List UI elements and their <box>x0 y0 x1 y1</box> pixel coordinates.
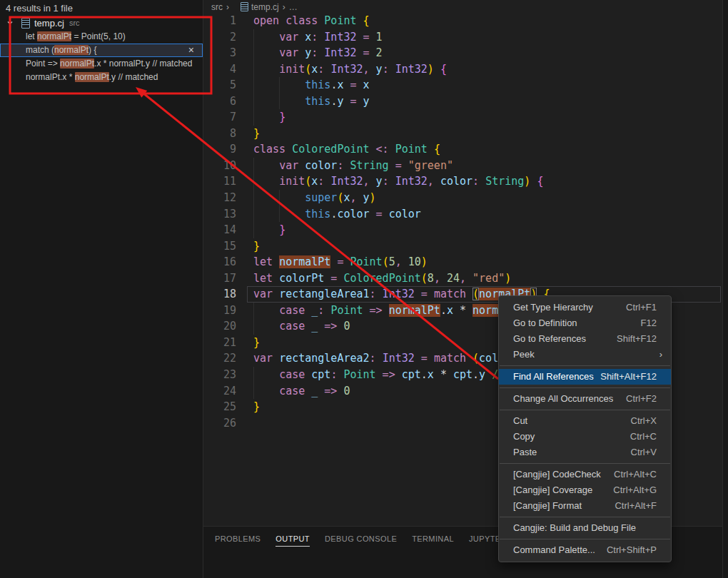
menu-item-cangjie-coverage[interactable]: [Cangjie] CoverageCtrl+Alt+G <box>499 482 671 498</box>
code-line-10[interactable]: 10 var color: String = "green" <box>203 158 722 174</box>
line-number[interactable]: 16 <box>203 254 236 270</box>
code-line-11[interactable]: 11 init(x: Int32, y: Int32, color: Strin… <box>203 173 722 190</box>
code-line-3[interactable]: 3 var y: Int32 = 2 <box>203 45 722 61</box>
code-line-17[interactable]: 17let colorPt = ColoredPoint(8, 24, "red… <box>203 270 722 287</box>
line-number[interactable]: 20 <box>203 318 236 335</box>
code-text[interactable]: } <box>236 109 722 126</box>
code-text[interactable]: init(x: Int32, y: Int32) { <box>236 61 722 78</box>
line-number[interactable]: 22 <box>203 350 236 367</box>
menu-item-cangjie-format[interactable]: [Cangjie] FormatCtrl+Alt+F <box>499 498 671 514</box>
menu-item-command-palette[interactable]: Command Palette...Ctrl+Shift+P <box>499 542 671 558</box>
line-number[interactable]: 15 <box>203 238 236 255</box>
menu-item-copy[interactable]: CopyCtrl+C <box>499 429 671 445</box>
menu-item-cangjie-codecheck[interactable]: [Cangjie] CodeCheckCtrl+Alt+C <box>499 467 671 482</box>
line-number[interactable]: 4 <box>203 61 236 78</box>
indent-guide <box>253 158 254 174</box>
breadcrumb-item-src[interactable]: src <box>211 2 223 12</box>
search-result-row-4[interactable]: normalPt.x * normalPt.y // matched <box>0 71 203 84</box>
code-text[interactable]: } <box>236 126 722 142</box>
line-number[interactable]: 3 <box>203 45 236 61</box>
code-text[interactable]: var x: Int32 = 1 <box>236 29 722 46</box>
code-text[interactable]: class ColoredPoint <: Point { <box>236 141 722 158</box>
chevron-down-icon[interactable] <box>6 19 14 26</box>
code-text[interactable]: } <box>236 238 722 255</box>
code-text[interactable]: this.color = color <box>236 206 722 223</box>
code-line-6[interactable]: 6 this.y = y <box>203 93 722 110</box>
menu-item-change-all-occurrences[interactable]: Change All OccurrencesCtrl+F2 <box>499 391 671 407</box>
line-number[interactable]: 12 <box>203 190 236 206</box>
indent-guide <box>253 367 254 383</box>
code-text[interactable]: } <box>236 222 722 238</box>
indent-guide <box>253 109 254 126</box>
code-text[interactable]: var color: String = "green" <box>236 158 722 174</box>
code-text[interactable]: this.x = x <box>236 77 722 93</box>
menu-item-label: Get Type Hierarchy <box>513 300 593 315</box>
code-line-5[interactable]: 5 this.x = x <box>203 77 722 93</box>
code-line-1[interactable]: 1open class Point { <box>203 13 722 29</box>
line-number[interactable]: 24 <box>203 383 236 400</box>
menu-separator <box>500 387 670 388</box>
line-number[interactable]: 10 <box>203 158 236 174</box>
line-number[interactable]: 6 <box>203 93 236 110</box>
menu-item-label: Cangjie: Build and Debug File <box>513 520 636 536</box>
menu-separator <box>500 365 670 366</box>
code-line-8[interactable]: 8} <box>203 126 722 142</box>
code-line-13[interactable]: 13 this.color = color <box>203 206 722 223</box>
editor-scrollbar-gutter[interactable] <box>722 0 728 578</box>
line-number[interactable]: 7 <box>203 109 236 126</box>
code-line-14[interactable]: 14 } <box>203 222 722 238</box>
code-text[interactable]: super(x, y) <box>236 190 722 206</box>
code-text[interactable]: let normalPt = Point(5, 10) <box>236 254 722 270</box>
menu-item-label: [Cangjie] Format <box>513 498 582 514</box>
menu-item-paste[interactable]: PasteCtrl+V <box>499 445 671 460</box>
search-result-row-3[interactable]: Point => normalPt.x * normalPt.y // matc… <box>0 57 203 71</box>
code-line-15[interactable]: 15} <box>203 238 722 255</box>
breadcrumb-separator-icon: › <box>283 2 285 12</box>
code-text[interactable]: var y: Int32 = 2 <box>236 45 722 61</box>
line-number[interactable]: 17 <box>203 270 236 287</box>
search-result-row-2[interactable]: match (normalPt) {× <box>0 44 203 57</box>
code-text[interactable]: let colorPt = ColoredPoint(8, 24, "red") <box>236 270 722 287</box>
code-line-12[interactable]: 12 super(x, y) <box>203 190 722 206</box>
code-line-4[interactable]: 4 init(x: Int32, y: Int32) { <box>203 61 722 78</box>
code-line-7[interactable]: 7 } <box>203 109 722 126</box>
code-line-16[interactable]: 16let normalPt = Point(5, 10) <box>203 254 722 270</box>
line-number[interactable]: 13 <box>203 206 236 223</box>
code-text[interactable]: this.y = y <box>236 93 722 110</box>
line-number[interactable]: 21 <box>203 335 236 351</box>
menu-item-find-all-references[interactable]: Find All ReferencesShift+Alt+F12 <box>499 369 671 385</box>
panel-tab-debug-console[interactable]: DEBUG CONSOLE <box>325 534 397 546</box>
breadcrumb-item-file[interactable]: temp.cj <box>251 2 279 12</box>
menu-item-get-type-hierarchy[interactable]: Get Type HierarchyCtrl+F1 <box>499 300 671 315</box>
search-result-row-1[interactable]: let normalPt = Point(5, 10) <box>0 30 203 44</box>
breadcrumb-item-overflow[interactable]: … <box>289 2 298 12</box>
line-number[interactable]: 5 <box>203 77 236 93</box>
line-number[interactable]: 23 <box>203 367 236 383</box>
code-line-9[interactable]: 9class ColoredPoint <: Point { <box>203 141 722 158</box>
menu-item-go-to-definition[interactable]: Go to DefinitionF12 <box>499 315 671 331</box>
panel-tab-output[interactable]: OUTPUT <box>275 534 310 547</box>
code-line-2[interactable]: 2 var x: Int32 = 1 <box>203 29 722 46</box>
line-number[interactable]: 19 <box>203 303 236 319</box>
menu-item-peek[interactable]: Peek› <box>499 347 671 362</box>
menu-item-cut[interactable]: CutCtrl+X <box>499 413 671 429</box>
panel-tab-terminal[interactable]: TERMINAL <box>412 534 454 546</box>
line-number[interactable]: 14 <box>203 222 236 238</box>
line-number[interactable]: 18 <box>203 286 236 303</box>
line-number[interactable]: 2 <box>203 29 236 46</box>
breadcrumb-separator-icon: › <box>226 2 229 12</box>
menu-item-go-to-references[interactable]: Go to ReferencesShift+F12 <box>499 331 671 347</box>
line-number[interactable]: 26 <box>203 415 236 432</box>
code-text[interactable]: init(x: Int32, y: Int32, color: String) … <box>236 173 722 190</box>
line-number[interactable]: 25 <box>203 399 236 415</box>
menu-item-shortcut: Ctrl+Alt+F <box>615 498 657 514</box>
line-number[interactable]: 1 <box>203 13 236 29</box>
code-text[interactable]: open class Point { <box>236 13 722 29</box>
menu-item-cangjie-build-and-debug-file[interactable]: Cangjie: Build and Debug File <box>499 520 671 536</box>
line-number[interactable]: 9 <box>203 141 236 158</box>
dismiss-result-icon[interactable]: × <box>188 44 194 57</box>
search-result-file-row[interactable]: temp.cj src <box>0 16 203 30</box>
line-number[interactable]: 11 <box>203 173 236 190</box>
panel-tab-problems[interactable]: PROBLEMS <box>215 534 261 546</box>
line-number[interactable]: 8 <box>203 126 236 142</box>
